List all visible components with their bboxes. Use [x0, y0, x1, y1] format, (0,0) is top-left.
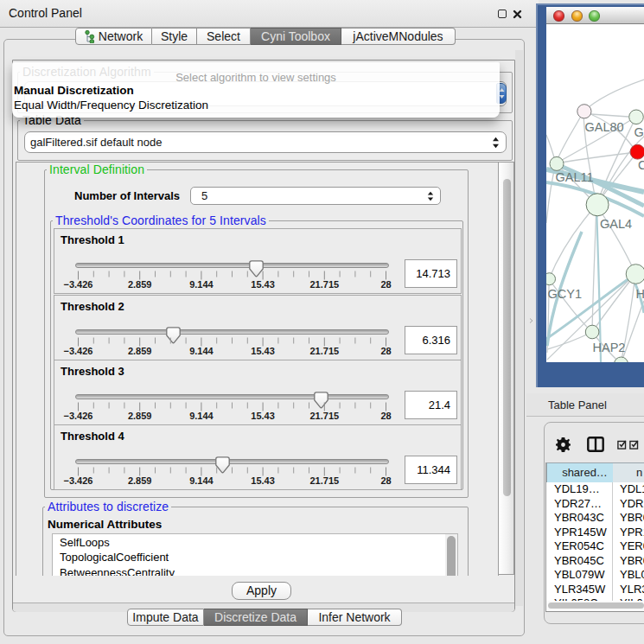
svg-text:GAL80: GAL80: [585, 120, 624, 134]
svg-text:GCY1: GCY1: [548, 287, 583, 301]
svg-text:HAP2: HAP2: [593, 341, 626, 354]
svg-text:H: H: [636, 287, 644, 301]
svg-text:GAL11: GAL11: [556, 170, 594, 184]
svg-text:GAL4: GAL4: [600, 217, 632, 231]
svg-text:C: C: [638, 158, 644, 172]
svg-text:GA: GA: [634, 125, 644, 139]
